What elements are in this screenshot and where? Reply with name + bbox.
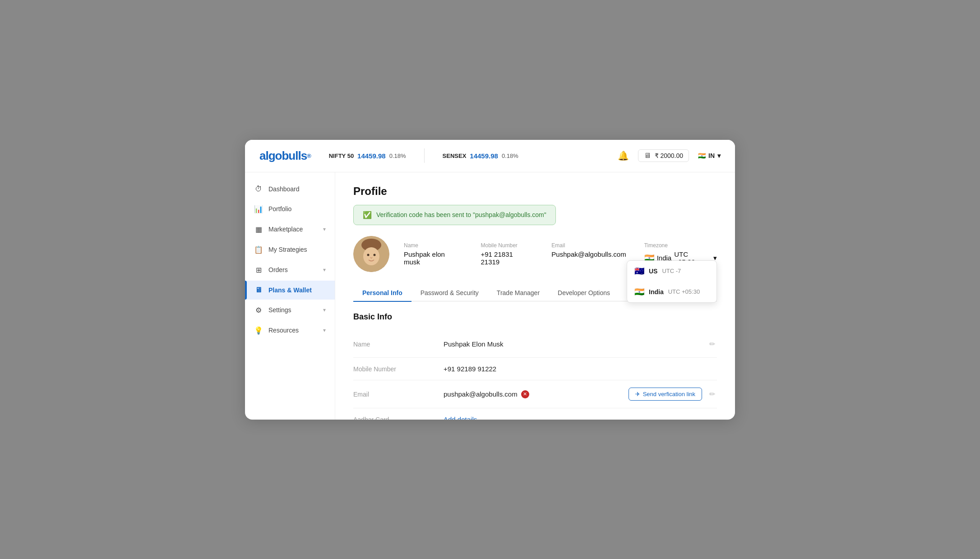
us-flag-icon: 🇦🇺 <box>634 266 644 276</box>
svg-point-3 <box>367 254 370 256</box>
wallet-info[interactable]: 🖥 ₹ 2000.00 <box>638 149 689 162</box>
main-content: Profile ✅ Verification code has been sen… <box>335 172 735 420</box>
verification-text: Verification code has been sent to "push… <box>376 211 546 218</box>
svg-point-4 <box>374 254 376 256</box>
logo-reg: ® <box>307 152 311 159</box>
header-divider <box>424 148 425 163</box>
avatar <box>353 236 389 272</box>
avatar-svg <box>353 236 389 272</box>
chevron-down-icon: ▾ <box>717 152 721 159</box>
mobile-field-value: +91 92189 91222 <box>444 365 717 373</box>
name-value: Pushpak elon musk <box>404 250 463 266</box>
page-title: Profile <box>353 185 717 198</box>
notification-bell-icon[interactable]: 🔔 <box>618 150 629 161</box>
marketplace-icon: ▦ <box>254 225 263 234</box>
email-value: Pushpak@algobulls.com <box>551 250 626 258</box>
country-selector[interactable]: 🇮🇳 IN ▾ <box>698 152 721 159</box>
portfolio-icon: 📊 <box>254 205 263 213</box>
logo: algobulls® <box>259 149 311 163</box>
header-right: 🔔 🖥 ₹ 2000.00 🇮🇳 IN ▾ <box>618 149 721 162</box>
aadhar-add-link[interactable]: Add details <box>444 416 477 420</box>
sidebar-item-resources[interactable]: 💡 Resources ▾ <box>245 321 335 340</box>
avatar-image <box>353 236 389 272</box>
tz-us-offset: UTC -7 <box>662 268 681 274</box>
sidebar-label-my-strategies: My Strategies <box>268 246 326 253</box>
sensex-change: 0.18% <box>502 152 518 159</box>
nifty-value: 14459.98 <box>357 152 386 160</box>
edit-name-icon[interactable]: ✏ <box>707 338 717 350</box>
plans-wallet-icon: 🖥 <box>254 286 263 294</box>
svg-point-2 <box>363 247 379 265</box>
profile-fields: Name Pushpak elon musk Mobile Number +91… <box>404 242 717 266</box>
chevron-down-icon: ▾ <box>323 307 326 313</box>
email-field-actions: ✈ Send verfication link ✏ <box>629 388 717 401</box>
send-icon: ✈ <box>635 391 640 397</box>
verification-banner: ✅ Verification code has been sent to "pu… <box>353 205 556 225</box>
tz-option-india[interactable]: 🇮🇳 India UTC +05:30 <box>627 282 717 302</box>
sidebar-item-portfolio[interactable]: 📊 Portfolio <box>245 199 335 219</box>
resources-icon: 💡 <box>254 326 263 335</box>
edit-email-icon[interactable]: ✏ <box>707 388 717 400</box>
timezone-dropdown: 🇦🇺 US UTC -7 🇮🇳 India UTC +05:30 <box>627 260 717 303</box>
email-field-value: pushpak@algobulls.com ✕ <box>444 390 619 398</box>
email-label: Email <box>551 242 626 249</box>
mobile-label: Mobile Number <box>481 242 534 249</box>
nifty-item: NIFTY 50 14459.98 0.18% <box>329 152 406 160</box>
tab-personal-info[interactable]: Personal Info <box>353 285 411 302</box>
wallet-icon: 🖥 <box>644 152 651 160</box>
wallet-amount: ₹ 2000.00 <box>655 152 684 159</box>
india-flag-icon: 🇮🇳 <box>634 287 644 297</box>
sensex-item: SENSEX 14459.98 0.18% <box>443 152 518 160</box>
tz-india-offset: UTC +05:30 <box>668 288 700 295</box>
sidebar-item-my-strategies[interactable]: 📋 My Strategies <box>245 240 335 259</box>
profile-timezone-field[interactable]: Timezone 🇮🇳 India UTC +05:30 ▾ 🇦🇺 US <box>644 242 717 266</box>
app-body: ⏱ Dashboard 📊 Portfolio ▦ Marketplace ▾ … <box>245 172 735 420</box>
tz-india-name: India <box>649 288 664 296</box>
sidebar-item-dashboard[interactable]: ⏱ Dashboard <box>245 180 335 199</box>
sidebar-label-orders: Orders <box>268 266 318 273</box>
email-field-label: Email <box>353 391 435 398</box>
nifty-label: NIFTY 50 <box>329 152 354 159</box>
profile-email-field: Email Pushpak@algobulls.com <box>551 242 626 258</box>
sidebar-label-dashboard: Dashboard <box>268 185 326 193</box>
sidebar-label-settings: Settings <box>268 306 318 314</box>
country-code: IN <box>708 152 715 159</box>
sidebar-label-portfolio: Portfolio <box>268 205 326 213</box>
profile-name-field: Name Pushpak elon musk <box>404 242 463 266</box>
dashboard-icon: ⏱ <box>254 185 263 193</box>
sidebar-item-marketplace[interactable]: ▦ Marketplace ▾ <box>245 220 335 239</box>
check-circle-icon: ✅ <box>363 211 372 219</box>
send-verification-link-button[interactable]: ✈ Send verfication link <box>629 388 702 401</box>
name-field-actions: ✏ <box>707 338 717 350</box>
sensex-value: 14459.98 <box>470 152 498 160</box>
sidebar-item-orders[interactable]: ⊞ Orders ▾ <box>245 260 335 280</box>
tab-developer-options[interactable]: Developer Options <box>549 285 619 302</box>
name-field-value: Pushpak Elon Musk <box>444 340 698 348</box>
sidebar-item-plans-wallet[interactable]: 🖥 Plans & Wallet <box>245 281 335 300</box>
sidebar-label-plans-wallet: Plans & Wallet <box>268 286 326 294</box>
timezone-label: Timezone <box>644 242 717 249</box>
info-row-mobile: Mobile Number +91 92189 91222 <box>353 358 717 380</box>
settings-icon: ⚙ <box>254 306 263 314</box>
tab-password-security[interactable]: Password & Security <box>411 285 488 302</box>
send-link-label: Send verfication link <box>643 391 695 397</box>
chevron-down-icon: ▾ <box>323 327 326 333</box>
sidebar-item-settings[interactable]: ⚙ Settings ▾ <box>245 300 335 320</box>
info-row-aadhar: Aadhar Card Add details <box>353 408 717 420</box>
sidebar-label-resources: Resources <box>268 327 318 334</box>
orders-icon: ⊞ <box>254 266 263 274</box>
chevron-down-icon: ▾ <box>323 267 326 273</box>
market-data: NIFTY 50 14459.98 0.18% SENSEX 14459.98 … <box>329 148 618 163</box>
mobile-field-label: Mobile Number <box>353 365 435 373</box>
tz-option-us[interactable]: 🇦🇺 US UTC -7 <box>627 261 717 282</box>
logo-text: algobulls <box>259 149 307 163</box>
app-header: algobulls® NIFTY 50 14459.98 0.18% SENSE… <box>245 140 735 172</box>
aadhar-field-label: Aadhar Card <box>353 416 435 420</box>
profile-header: Name Pushpak elon musk Mobile Number +91… <box>353 236 717 272</box>
sidebar: ⏱ Dashboard 📊 Portfolio ▦ Marketplace ▾ … <box>245 172 335 420</box>
name-field-label: Name <box>353 341 435 348</box>
tab-trade-manager[interactable]: Trade Manager <box>488 285 549 302</box>
mobile-value: +91 21831 21319 <box>481 250 534 266</box>
sidebar-label-marketplace: Marketplace <box>268 226 318 233</box>
my-strategies-icon: 📋 <box>254 245 263 254</box>
